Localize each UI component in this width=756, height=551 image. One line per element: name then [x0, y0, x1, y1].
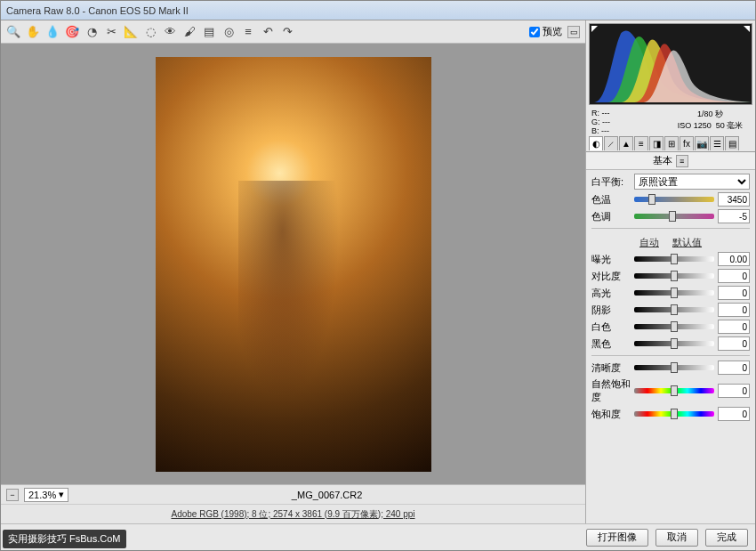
expo-label: 曝光: [591, 253, 631, 266]
temp-value[interactable]: [718, 192, 750, 207]
shadows-label: 阴影: [591, 304, 631, 317]
watermark: 实用摄影技巧 FsBus.CoM: [3, 530, 126, 548]
tab-preset[interactable]: ☰: [710, 136, 724, 150]
clarity-slider[interactable]: [634, 365, 714, 370]
zoom-minus-icon[interactable]: −: [6, 489, 19, 501]
filename-label: _MG_0067.CR2: [292, 490, 363, 500]
highlights-label: 高光: [591, 287, 631, 300]
wb-tool-icon[interactable]: 💧: [45, 25, 60, 39]
shadows-slider[interactable]: [634, 307, 714, 312]
crop-tool-icon[interactable]: ✂: [104, 25, 118, 39]
auto-link[interactable]: 自动: [639, 237, 659, 247]
temp-label: 色温: [591, 193, 631, 207]
prefs-icon[interactable]: ≡: [241, 25, 255, 39]
vibrance-value[interactable]: [718, 384, 750, 398]
photo-preview: [156, 57, 431, 472]
bottom-bar: − 21.3% ▾ _MG_0067.CR2: [1, 484, 585, 504]
tint-slider[interactable]: [634, 214, 714, 219]
tab-cal[interactable]: 📷: [695, 136, 709, 150]
saturation-slider[interactable]: [634, 411, 714, 417]
highlight-clip-icon[interactable]: [744, 26, 750, 32]
rotate-ccw-icon[interactable]: ↶: [261, 25, 275, 39]
image-canvas[interactable]: [1, 44, 585, 484]
whites-slider[interactable]: [634, 324, 714, 329]
tab-fx[interactable]: fx: [680, 136, 694, 150]
expo-value[interactable]: [718, 252, 750, 266]
wb-label: 白平衡:: [591, 175, 631, 189]
color-sampler-icon[interactable]: 🎯: [65, 25, 79, 39]
preview-label: 预览: [543, 25, 562, 38]
panel-title: 基本 ≡: [586, 152, 755, 170]
blacks-slider[interactable]: [634, 341, 714, 346]
whites-value[interactable]: [718, 320, 750, 334]
tint-value[interactable]: [718, 209, 750, 223]
brush-tool-icon[interactable]: 🖌: [182, 25, 197, 39]
targeted-adjust-icon[interactable]: ◔: [84, 25, 99, 39]
whites-label: 白色: [591, 320, 631, 334]
saturation-value[interactable]: [718, 407, 750, 421]
grad-tool-icon[interactable]: ▤: [202, 25, 216, 39]
done-button[interactable]: 完成: [705, 529, 748, 547]
rotate-cw-icon[interactable]: ↷: [280, 25, 294, 39]
highlights-slider[interactable]: [634, 290, 714, 296]
workflow-link[interactable]: Adobe RGB (1998); 8 位; 2574 x 3861 (9.9 …: [1, 504, 585, 523]
histogram-svg: [590, 24, 752, 104]
saturation-label: 饱和度: [591, 408, 631, 421]
radial-tool-icon[interactable]: ◎: [221, 25, 236, 39]
highlights-value[interactable]: [718, 286, 750, 300]
spot-tool-icon[interactable]: ◌: [143, 25, 157, 39]
histogram[interactable]: [589, 23, 752, 105]
tab-split[interactable]: ◨: [649, 136, 664, 150]
chevron-down-icon: ▾: [59, 489, 64, 500]
toolbar: 🔍 ✋ 💧 🎯 ◔ ✂ 📐 ◌ 👁 🖌 ▤ ◎ ≡ ↶ ↷ 预览: [1, 20, 585, 44]
tab-curve[interactable]: ⟋: [604, 136, 618, 150]
default-link[interactable]: 默认值: [672, 237, 702, 247]
tab-detail[interactable]: ▲: [619, 136, 633, 150]
expo-slider[interactable]: [634, 256, 714, 262]
body: 🔍 ✋ 💧 🎯 ◔ ✂ 📐 ◌ 👁 🖌 ▤ ◎ ≡ ↶ ↷ 预览: [1, 20, 755, 523]
redeye-tool-icon[interactable]: 👁: [163, 25, 177, 39]
straighten-tool-icon[interactable]: 📐: [124, 25, 138, 39]
shadows-value[interactable]: [718, 303, 750, 317]
rgb-readout: R: --- G: --- B: --- 1/80 秒 ISO 1250 50 …: [586, 108, 755, 136]
tab-basic[interactable]: ◐: [589, 136, 603, 150]
open-image-button[interactable]: 打开图像: [586, 529, 648, 547]
workflow-text: Adobe RGB (1998); 8 位; 2574 x 3861 (9.9 …: [171, 508, 414, 521]
window-title: Camera Raw 8.0 - Canon EOS 5D Mark II: [6, 5, 189, 16]
blacks-label: 黑色: [591, 337, 631, 351]
wb-select[interactable]: 原照设置: [634, 174, 750, 190]
clarity-label: 清晰度: [591, 361, 631, 375]
right-pane: R: --- G: --- B: --- 1/80 秒 ISO 1250 50 …: [586, 20, 755, 523]
panel-menu-icon[interactable]: ≡: [676, 155, 688, 167]
clarity-value[interactable]: [718, 361, 750, 375]
vibrance-label: 自然饱和度: [591, 377, 631, 404]
zoom-tool-icon[interactable]: 🔍: [6, 25, 20, 39]
vibrance-slider[interactable]: [634, 388, 714, 393]
basic-panel: 白平衡: 原照设置 色温 色调 自动 默认值: [586, 170, 755, 523]
left-pane: 🔍 ✋ 💧 🎯 ◔ ✂ 📐 ◌ 👁 🖌 ▤ ◎ ≡ ↶ ↷ 预览: [1, 20, 586, 523]
contrast-label: 对比度: [591, 270, 631, 283]
tab-snap[interactable]: ▤: [725, 136, 739, 150]
hand-tool-icon[interactable]: ✋: [26, 25, 40, 39]
zoom-value: 21.3%: [28, 490, 56, 500]
contrast-value[interactable]: [718, 269, 750, 283]
contrast-slider[interactable]: [634, 273, 714, 279]
zoom-select[interactable]: 21.3% ▾: [24, 488, 68, 502]
blacks-value[interactable]: [718, 336, 750, 351]
shadow-clip-icon[interactable]: [591, 26, 598, 32]
panel-tabs: ◐ ⟋ ▲ ≡ ◨ ⊞ fx 📷 ☰ ▤: [586, 136, 755, 152]
titlebar: Camera Raw 8.0 - Canon EOS 5D Mark II: [1, 1, 755, 20]
tab-lens[interactable]: ⊞: [664, 136, 679, 150]
preview-check-input[interactable]: [529, 27, 540, 37]
tint-label: 色调: [591, 210, 631, 223]
temp-slider[interactable]: [634, 197, 714, 202]
cancel-button[interactable]: 取消: [655, 529, 698, 547]
app-window: Camera Raw 8.0 - Canon EOS 5D Mark II 🔍 …: [0, 0, 756, 551]
fullscreen-icon[interactable]: ▭: [567, 26, 580, 38]
tab-hsl[interactable]: ≡: [634, 136, 648, 150]
preview-checkbox[interactable]: 预览: [529, 25, 562, 38]
